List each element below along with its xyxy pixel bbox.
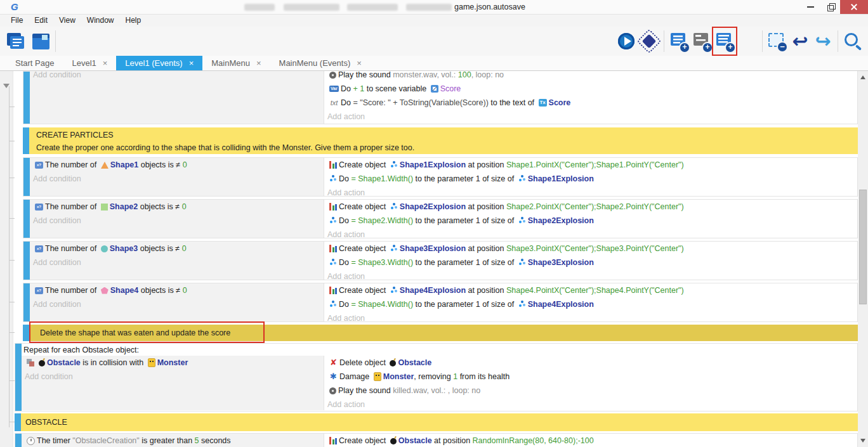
add-placeholder[interactable]: Add condition [33, 300, 81, 309]
event-line[interactable]: Add action [324, 269, 857, 280]
event-line[interactable]: Do = Shape4.Width() to the parameter 1 o… [324, 297, 857, 311]
event-line[interactable]: Create object Obstacle at position Rando… [324, 434, 857, 447]
event-line[interactable]: Do = Shape2.Width() to the parameter 1 o… [324, 214, 857, 228]
search-button[interactable] [842, 29, 864, 54]
event-block[interactable]: The timer "ObstacleCreation" is greater … [15, 433, 858, 447]
event-line[interactable]: Add action [324, 110, 857, 124]
event-line[interactable]: Add condition [30, 214, 324, 228]
add-placeholder[interactable]: Add condition [25, 372, 73, 381]
restore-icon [829, 3, 836, 10]
event-block[interactable]: x?The number of Shape2 objects is ≠ 0Add… [23, 199, 858, 238]
event-line[interactable]: Create object Shape2Explosion at positio… [324, 200, 857, 214]
add-placeholder[interactable]: Add action [327, 112, 365, 121]
shape1-triangle-icon [101, 162, 109, 169]
tab-mainmenu[interactable]: MainMenu× [202, 56, 270, 70]
delete-selection-button[interactable] [766, 29, 788, 54]
collapse-expander-icon[interactable] [3, 84, 10, 88]
restore-button[interactable] [820, 0, 840, 14]
comment-body[interactable]: Delete the shape that was eaten and upda… [29, 325, 858, 341]
event-line[interactable]: Add condition [30, 172, 324, 186]
event-line[interactable]: Add condition [22, 370, 324, 384]
minimize-button[interactable] [801, 0, 820, 14]
debug-button[interactable] [638, 29, 660, 54]
add-standard-event-button[interactable] [668, 29, 690, 54]
event-line[interactable]: Add action [324, 228, 857, 238]
menu-view[interactable]: View [53, 15, 81, 27]
event-block[interactable]: Repeat for each Obstacle object:Obstacle… [15, 343, 858, 411]
menu-edit[interactable]: Edit [29, 15, 53, 27]
tab-close-icon[interactable]: × [189, 58, 194, 68]
toolbar [0, 27, 868, 56]
event-line[interactable]: Create object Shape3Explosion at positio… [324, 242, 857, 256]
tab-start-page[interactable]: Start Page [6, 56, 63, 70]
event-line[interactable]: Add condition [30, 71, 324, 82]
event-line[interactable]: Add action [324, 398, 857, 410]
tab-close-icon[interactable]: × [357, 58, 362, 68]
menu-help[interactable]: Help [120, 15, 147, 27]
comment-body[interactable]: CREATE PARTICLESCreate the proper one ac… [29, 127, 858, 154]
event-header[interactable]: Repeat for each Obstacle object: [22, 344, 857, 356]
event-line[interactable]: txtDo = "Score: " + ToString(Variable(Sc… [324, 96, 857, 110]
event-line[interactable]: Play the sound killed.wav, vol.: , loop:… [324, 384, 857, 398]
tab-close-icon[interactable]: × [256, 58, 261, 68]
event-line[interactable]: Add action [324, 186, 857, 196]
event-line[interactable]: Create object Shape4Explosion at positio… [324, 283, 857, 297]
event-line[interactable]: Add condition [30, 297, 324, 311]
event-line[interactable]: Obstacle is in collision with Monster [22, 356, 324, 370]
add-subevent-button[interactable] [714, 29, 735, 54]
vertical-scrollbar[interactable] [858, 71, 868, 447]
tree-tick [9, 332, 15, 333]
event-block[interactable]: x?The number of Shape4 objects is ≠ 0Add… [23, 283, 858, 322]
event-line[interactable]: Do = Shape1.Width() to the parameter 1 o… [324, 172, 857, 186]
event-line[interactable]: x?The number of Shape4 objects is ≠ 0 [30, 283, 324, 297]
text-segment: is greater than [140, 436, 195, 445]
tab-level1-events-[interactable]: Level1 (Events)× [116, 56, 202, 70]
event-line[interactable]: Add condition [30, 256, 324, 269]
event-line[interactable]: VarDo + 1 to scene variable Score [324, 82, 857, 96]
event-line[interactable]: Add action [324, 311, 857, 321]
scroll-up-icon[interactable] [860, 75, 865, 79]
comment-body[interactable]: OBSTACLE [21, 413, 858, 431]
tab-level1[interactable]: Level1× [63, 56, 116, 70]
redo-button[interactable] [812, 29, 834, 54]
add-placeholder[interactable]: Add action [327, 188, 365, 196]
scene-editor-button[interactable] [30, 29, 51, 54]
event-block[interactable]: Add conditionPlay the sound monster.wav,… [23, 71, 858, 124]
event-line[interactable]: Play the sound monster.wav, vol.: 100, l… [324, 71, 857, 82]
add-event-circle-button[interactable] [737, 29, 758, 54]
event-line[interactable]: x?The number of Shape2 objects is ≠ 0 [30, 200, 324, 214]
event-line[interactable]: ✘Delete object Obstacle [324, 356, 857, 370]
project-manager-button[interactable] [4, 29, 29, 54]
add-placeholder[interactable]: Add action [327, 400, 365, 409]
undo-button[interactable] [789, 29, 811, 54]
comment-event[interactable]: Delete the shape that was eaten and upda… [23, 325, 858, 341]
event-line[interactable]: The timer "ObstacleCreation" is greater … [22, 434, 324, 447]
add-placeholder[interactable]: Add action [327, 230, 365, 238]
add-placeholder[interactable]: Add condition [33, 174, 81, 183]
tab-mainmenu-events-[interactable]: MainMenu (Events)× [270, 56, 371, 70]
event-line[interactable]: Create object Shape1Explosion at positio… [324, 158, 857, 172]
add-comment-button[interactable] [691, 29, 713, 54]
event-line[interactable]: x?The number of Shape1 objects is ≠ 0 [30, 158, 324, 172]
event-block[interactable]: x?The number of Shape3 objects is ≠ 0Add… [23, 241, 858, 280]
add-placeholder[interactable]: Add action [327, 272, 365, 280]
event-line[interactable]: Do = Shape3.Width() to the parameter 1 o… [324, 256, 857, 269]
text-segment: Do [341, 98, 353, 107]
add-placeholder[interactable]: Add condition [33, 71, 81, 79]
comment-event[interactable]: CREATE PARTICLESCreate the proper one ac… [23, 127, 858, 154]
comment-event[interactable]: OBSTACLE [15, 413, 858, 431]
add-placeholder[interactable]: Add condition [33, 216, 81, 225]
add-placeholder[interactable]: Add condition [33, 258, 81, 267]
event-block[interactable]: x?The number of Shape1 objects is ≠ 0Add… [23, 157, 858, 197]
scroll-down-icon[interactable] [860, 439, 865, 443]
text-segment: at position [432, 436, 473, 445]
play-button[interactable] [615, 29, 637, 54]
menu-window[interactable]: Window [81, 15, 120, 27]
tab-close-icon[interactable]: × [103, 58, 108, 68]
menu-file[interactable]: File [5, 15, 29, 27]
event-line[interactable]: ✱Damage Monster, removing 1 from its hea… [324, 370, 857, 384]
scrollbar-thumb[interactable] [859, 190, 867, 304]
close-button[interactable] [840, 0, 868, 14]
add-placeholder[interactable]: Add action [327, 314, 365, 321]
event-line[interactable]: x?The number of Shape3 objects is ≠ 0 [30, 242, 324, 256]
